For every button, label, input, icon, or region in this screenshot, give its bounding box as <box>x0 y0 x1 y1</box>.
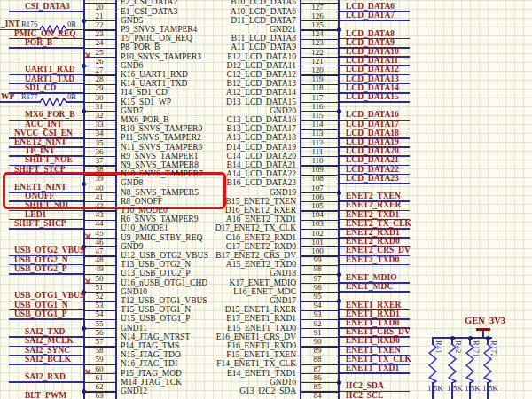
net-label-right[interactable]: LCD_DATA8 <box>346 29 395 38</box>
net-label-right[interactable]: LCD_DATA10 <box>346 47 399 56</box>
net-label-left[interactable]: UART1_TXD <box>25 74 74 83</box>
net-label-right[interactable]: ENET1_TXD0 <box>346 318 399 327</box>
net-label-right[interactable]: LCD_DATA19 <box>346 137 399 146</box>
net-label-left[interactable]: _INT <box>1 20 20 28</box>
net-label-right[interactable]: ENET1_TXEN <box>346 346 401 355</box>
net-wire-right <box>339 291 410 293</box>
net-label-left[interactable]: SHIFT_SDI <box>25 200 68 209</box>
pin-number-right: 105 <box>301 201 334 210</box>
pin-number-left: 29 <box>84 83 114 92</box>
net-label-right[interactable]: ENET2_RXD1 <box>346 228 400 237</box>
net-label-right[interactable]: LCD_DATA23 <box>346 174 399 183</box>
net-label-left[interactable]: ENET1_NINT <box>14 183 66 192</box>
resistor-value[interactable]: 1.5K <box>482 384 498 393</box>
net-label-right[interactable]: LCD_DATA16 <box>346 110 399 119</box>
power-net-label[interactable]: GEN_3V3 <box>465 316 505 325</box>
net-label-right[interactable]: ENET_MDC <box>346 282 393 291</box>
net-label-left[interactable]: SAI2_SYNC <box>25 346 70 355</box>
net-label-left[interactable]: SAI2_MCLK <box>25 336 74 345</box>
resistor-designator[interactable]: R41 <box>434 340 442 367</box>
resistor-value[interactable]: 1.5K <box>447 384 463 393</box>
net-label-left[interactable]: USB_OTG2_VBUS <box>14 246 84 254</box>
pin-number-right: 87 <box>301 364 334 373</box>
resistor-designator[interactable]: R42 <box>454 340 462 367</box>
net-label-left[interactable]: MX6_POR_B <box>25 110 74 119</box>
power-bar-icon <box>476 328 490 331</box>
net-label-right[interactable]: LCD_DATA17 <box>346 120 399 129</box>
net-label-right[interactable]: ENET2_TX_CLK <box>346 219 411 228</box>
net-label-left[interactable]: CSI_DATA3 <box>25 2 70 11</box>
net-label-right[interactable]: ENET2_CRS_DV <box>346 246 411 254</box>
net-label-right[interactable]: ENET1_CRS_DV <box>346 327 411 336</box>
net-label-right[interactable]: ENET1_TXD1 <box>346 364 399 372</box>
net-label-left[interactable]: USB_OTG1_P <box>14 309 67 318</box>
resistor-designator[interactable]: R172 <box>489 340 497 367</box>
net-label-left[interactable]: BLT_PWM <box>25 391 66 399</box>
net-wire-right <box>339 101 410 103</box>
net-wire-right <box>339 264 410 266</box>
net-label-right[interactable]: ENET1_RXD0 <box>346 336 400 345</box>
net-label-right[interactable]: ENET2_TXEN <box>346 192 401 200</box>
net-label-left[interactable]: SAI2_TXD <box>25 327 65 336</box>
net-label-right[interactable]: ENET2_TXD1 <box>346 210 399 219</box>
pin-number-right: 98 <box>301 264 334 273</box>
net-label-left[interactable]: SHIFT_SHCP <box>14 219 66 228</box>
resistor-designator[interactable]: R171 <box>472 340 480 367</box>
net-label-left[interactable]: POR_B <box>25 38 52 47</box>
net-label-right[interactable]: ENET1_RXER <box>346 301 401 309</box>
net-label-left[interactable]: SAI2_BCLK <box>25 355 71 364</box>
net-label-right[interactable]: ENET2_RXER <box>346 200 401 209</box>
net-label-left[interactable]: USB_OTG2_N <box>14 255 68 264</box>
pin-number-right: 85 <box>301 382 334 391</box>
net-label-left[interactable]: SHIFT_STCP <box>14 165 66 174</box>
pin-number-right: 91 <box>301 328 334 337</box>
net-label-left[interactable]: ONOFF <box>25 192 54 200</box>
resistor-value[interactable]: 1.5K <box>427 384 443 393</box>
gnd-junction-right <box>337 299 341 303</box>
net-label-left[interactable]: USB_OTG1_VBUS <box>14 291 84 300</box>
pin-number-left: 63 <box>84 391 114 399</box>
resistor-value[interactable]: 0R <box>67 20 76 28</box>
net-label-left[interactable]: WP <box>1 92 14 101</box>
net-label-right[interactable]: LCD_DATA11 <box>346 56 398 65</box>
net-label-left[interactable]: PMIC_ON_REQ <box>14 29 76 38</box>
net-label-left[interactable]: TP_INT <box>25 146 55 155</box>
resistor-value[interactable]: 1.5K <box>465 384 481 393</box>
pin-number-right: 125 <box>301 20 334 29</box>
net-label-left[interactable]: NVCC_CSI_EN <box>14 129 73 137</box>
net-label-left[interactable]: SD1_CD <box>25 83 56 92</box>
net-label-right[interactable]: IIC2_SDA <box>346 381 384 390</box>
net-label-right[interactable]: IIC2_SCL <box>346 391 383 399</box>
resistor-designator[interactable]: R177 <box>21 92 37 101</box>
net-label-left[interactable]: USB_OTG2_P <box>14 264 67 273</box>
net-label-right[interactable]: LCD_DATA13 <box>346 74 399 83</box>
net-label-left[interactable]: UART1_RXD <box>25 65 75 74</box>
net-label-left[interactable]: ACC_INT <box>25 120 62 129</box>
net-label-left[interactable]: USB_OTG1_N <box>14 301 68 309</box>
net-label-right[interactable]: ENET1_TX_CLK <box>346 355 411 364</box>
net-label-right[interactable]: LCD_DATA12 <box>346 65 399 74</box>
net-label-left[interactable]: LED1 <box>25 210 46 219</box>
pin-number-left: 37 <box>84 156 114 165</box>
resistor-value[interactable]: 0R <box>67 92 76 101</box>
net-label-right[interactable]: LCD_DATA18 <box>346 129 399 137</box>
net-label-right[interactable]: ENET2_TXD0 <box>346 255 399 264</box>
net-label-right[interactable]: LCD_DATA20 <box>346 146 399 155</box>
net-label-right[interactable]: LCD_DATA21 <box>346 155 399 164</box>
net-label-right[interactable]: LCD_DATA22 <box>346 165 399 174</box>
net-label-left[interactable]: SAI2_RXD <box>25 372 66 381</box>
net-label-right[interactable]: LCD_DATA6 <box>346 2 395 11</box>
net-label-left[interactable]: ENET2_NINT <box>14 137 66 146</box>
net-label-right[interactable]: LCD_DATA9 <box>346 38 395 47</box>
pin-number-right: 92 <box>301 319 334 328</box>
net-label-left[interactable]: SHIFT_NOE <box>25 155 73 164</box>
net-label-right[interactable]: ENET2_RXD0 <box>346 237 400 246</box>
series-resistor[interactable] <box>40 98 66 106</box>
net-label-right[interactable]: ENET_MDIO <box>346 273 397 282</box>
net-wire-left <box>9 11 83 12</box>
resistor-designator[interactable]: R176 <box>21 20 37 28</box>
net-label-right[interactable]: ENET1_RXD1 <box>346 309 400 318</box>
net-label-right[interactable]: LCD_DATA14 <box>346 83 399 92</box>
net-label-right[interactable]: LCD_DATA7 <box>346 11 395 20</box>
net-label-right[interactable]: LCD_DATA15 <box>346 92 399 101</box>
